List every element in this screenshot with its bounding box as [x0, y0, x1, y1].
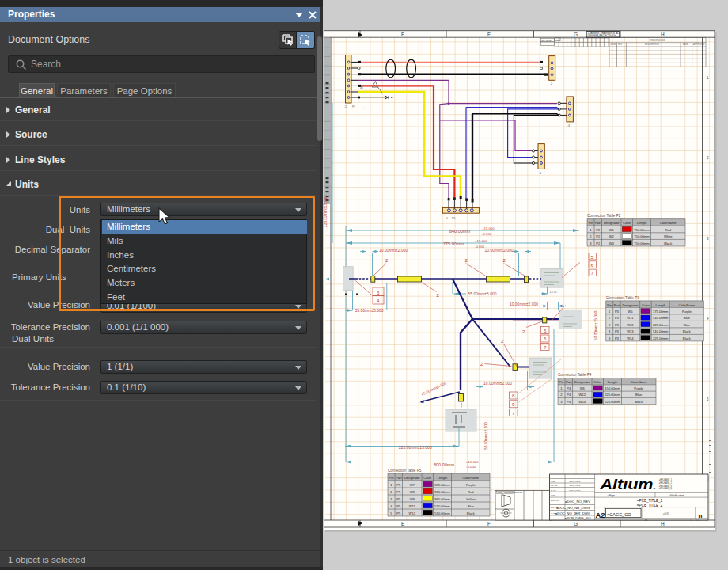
svg-text:P5: P5 — [452, 217, 455, 220]
svg-text:W7: W7 — [410, 483, 415, 487]
svg-text:SCALE: SCALE — [551, 484, 558, 487]
svg-text:P3: P3 — [615, 323, 620, 327]
svg-text:225.00mm: 225.00mm — [605, 393, 620, 397]
svg-text:APPROVED: APPROVED — [693, 43, 705, 46]
svg-text:750.00mm: 750.00mm — [634, 228, 650, 232]
svg-text:Connection Table P4: Connection Table P4 — [558, 373, 592, 377]
svg-text:Designator: Designator — [404, 476, 420, 480]
svg-text:10.00mm±2.000: 10.00mm±2.000 — [483, 381, 512, 386]
svg-text:G: G — [574, 32, 578, 37]
svg-text:Altıum: Altıum — [599, 476, 653, 492]
svg-text:+15.000: +15.000 — [475, 239, 487, 243]
svg-text:REV: REV — [618, 43, 623, 46]
svg-text:Blue: Blue — [468, 504, 475, 508]
svg-text:.1: .1 — [344, 105, 347, 108]
svg-text:Blue: Blue — [684, 323, 691, 327]
svg-text:P2: P2 — [596, 228, 601, 232]
svg-text:P4: P4 — [567, 400, 571, 404]
svg-text:=DOC_FIELD: =DOC_FIELD — [568, 489, 581, 492]
svg-text:2: 2 — [385, 257, 389, 263]
svg-text:=PCB_TITLE_1: =PCB_TITLE_1 — [637, 499, 663, 503]
svg-text:225.00mm±15.000: 225.00mm±15.000 — [399, 445, 432, 450]
svg-text:7: 7 — [544, 344, 547, 350]
svg-text:Connection Table P5: Connection Table P5 — [388, 469, 422, 473]
svg-text:DATE: DATE — [683, 43, 688, 46]
svg-text:/ 1: / 1 — [696, 519, 700, 522]
svg-text:Length: Length — [608, 380, 618, 384]
svg-text:225.00mm: 225.00mm — [653, 323, 669, 327]
svg-text:ColorName: ColorName — [678, 303, 695, 307]
svg-text:=RELEASE_2: =RELEASE_2 — [659, 481, 673, 484]
svg-text:Part: Part — [396, 476, 402, 480]
svg-text:Blue: Blue — [635, 393, 643, 397]
svg-text:=PCB_TITLE_2: =PCB_TITLE_2 — [637, 504, 663, 507]
svg-text:Part: Part — [566, 380, 572, 384]
svg-text:750.00mm: 750.00mm — [634, 234, 650, 238]
svg-text:+15.000: +15.000 — [482, 226, 495, 230]
svg-text:Color: Color — [423, 476, 431, 480]
svg-text:W3: W3 — [609, 241, 615, 245]
svg-text:ColorName: ColorName — [462, 476, 479, 480]
svg-text:=RELEASE_4: =RELEASE_4 — [659, 487, 673, 490]
svg-text:510.00mm: 510.00mm — [653, 329, 669, 333]
svg-text:E: E — [401, 32, 405, 37]
svg-text:2: 2 — [437, 292, 440, 298]
svg-text:P2: P2 — [596, 234, 601, 238]
svg-text:DOC NO: DOC NO — [551, 500, 559, 502]
svg-text:W11: W11 — [627, 316, 634, 320]
svg-text:335.00mm: 335.00mm — [434, 483, 450, 487]
svg-text:840.00mm: 840.00mm — [449, 229, 470, 234]
svg-text:2: 2 — [522, 329, 525, 334]
svg-text:Black: Black — [683, 336, 692, 340]
svg-text:Designator: Designator — [604, 221, 620, 225]
svg-text:P3: P3 — [615, 310, 620, 314]
svg-text:W14: W14 — [627, 336, 634, 340]
svg-text:510.00mm: 510.00mm — [434, 511, 450, 515]
svg-text:8: 8 — [512, 393, 515, 398]
svg-text:50.00mm±2.000: 50.00mm±2.000 — [484, 422, 488, 450]
svg-text:=CAGE_CO: =CAGE_CO — [607, 512, 631, 517]
svg-text:Pin: Pin — [389, 476, 395, 480]
svg-text:55.00mm±5.000: 55.00mm±5.000 — [355, 308, 384, 313]
svg-text:5: 5 — [544, 328, 547, 333]
svg-text:Pin: Pin — [589, 221, 594, 225]
svg-text:DRAWN BY: DRAWN BY — [542, 40, 553, 42]
svg-text:2: 2 — [480, 361, 483, 367]
svg-text:-0.000: -0.000 — [466, 465, 476, 469]
svg-text:A2: A2 — [596, 511, 605, 519]
svg-text:Red: Red — [468, 490, 474, 494]
svg-text:225.00mm: 225.00mm — [605, 400, 620, 404]
svg-text:Color: Color — [642, 303, 650, 307]
svg-text:W13: W13 — [409, 511, 416, 515]
svg-text:=PCB_DWG_NO: =PCB_DWG_NO — [564, 516, 591, 520]
svg-text:Red: Red — [665, 228, 671, 232]
svg-text:W13: W13 — [627, 329, 634, 333]
svg-text:55.00mm±5.000: 55.00mm±5.000 — [468, 291, 497, 296]
svg-text:E: E — [401, 521, 405, 526]
svg-text:=DOC_FIELD: =DOC_FIELD — [568, 481, 581, 483]
svg-text:4: 4 — [377, 298, 380, 303]
svg-text:Purple: Purple — [634, 386, 644, 390]
svg-text:P3: P3 — [615, 336, 620, 340]
svg-text:FILE: FILE — [551, 494, 555, 496]
svg-text:-0.000: -0.000 — [482, 232, 492, 236]
svg-text:=DOC_NO_REV: =DOC_NO_REV — [565, 500, 590, 504]
svg-text:Connection Table P2: Connection Table P2 — [587, 214, 621, 218]
svg-text:. .: . . — [364, 105, 366, 108]
svg-text:SIZE: SIZE — [551, 481, 555, 483]
svg-text:Length: Length — [438, 476, 448, 480]
svg-text:A4: A4 — [645, 519, 648, 522]
svg-text:=DOC: =DOC — [663, 512, 669, 515]
svg-text:7: 7 — [591, 270, 594, 276]
svg-text:Connection Table P3: Connection Table P3 — [606, 296, 640, 300]
svg-text:Color: Color — [623, 221, 631, 225]
svg-text:DESCRIPTION: DESCRIPTION — [645, 43, 659, 46]
svg-text:Pin: Pin — [607, 303, 612, 307]
svg-text:n: n — [699, 512, 703, 519]
svg-text:Part: Part — [595, 221, 601, 225]
svg-text:TITLE: TITLE — [551, 476, 556, 478]
svg-text:Pin: Pin — [559, 380, 565, 384]
svg-text:=DOC_NO_NB_DWG: =DOC_NO_NB_DWG — [556, 506, 590, 510]
svg-text:.3: .3 — [567, 124, 570, 127]
svg-text:6: 6 — [591, 262, 594, 268]
